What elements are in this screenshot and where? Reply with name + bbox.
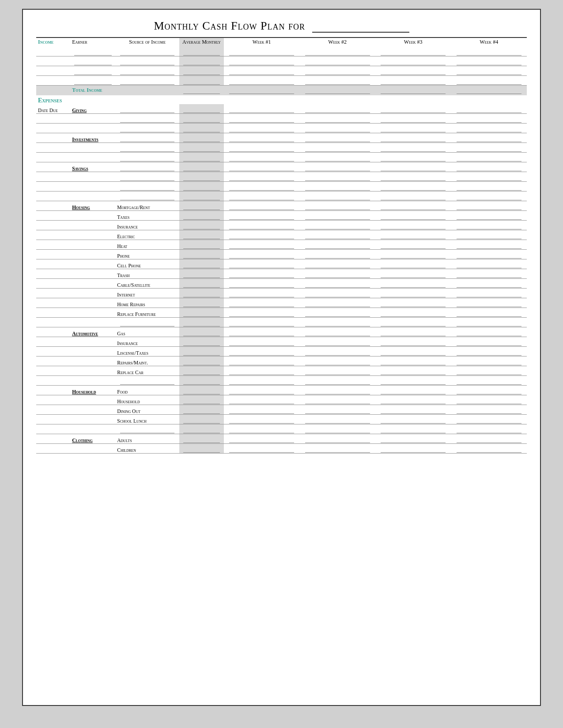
source-header: Source of Income <box>115 38 179 46</box>
total-week2[interactable] <box>305 87 370 94</box>
week4-input-1[interactable] <box>457 49 521 56</box>
housing-heat-row: Heat <box>36 240 527 250</box>
giving-source-2[interactable] <box>120 116 174 123</box>
household-label: Household <box>70 386 115 395</box>
week2-input-1[interactable] <box>305 49 370 56</box>
avg-header: Average Monthly <box>179 38 224 46</box>
earner-input-3[interactable] <box>74 68 112 75</box>
housing-trash-row: Trash <box>36 269 527 279</box>
week3-input-3[interactable] <box>381 68 446 75</box>
investments-label: Investments <box>70 133 115 143</box>
giving-row-2 <box>36 114 527 124</box>
giving-w4-1[interactable] <box>457 106 521 113</box>
auto-license-row: Liscense/Taxes <box>36 347 527 356</box>
clothing-label: Clothing <box>70 434 115 444</box>
week4-header: Week #4 <box>451 38 527 46</box>
savings-row-2 <box>36 172 527 182</box>
avg-input-2[interactable] <box>183 58 220 65</box>
title-underline <box>312 19 409 33</box>
housing-insurance-row: Insurance <box>36 221 527 230</box>
week3-input-4[interactable] <box>381 78 446 85</box>
earner-input-1[interactable] <box>74 49 112 56</box>
earner-input-4[interactable] <box>74 78 112 85</box>
savings-row-3 <box>36 182 527 191</box>
avg-input-1[interactable] <box>183 49 220 56</box>
giving-w1-1[interactable] <box>229 106 294 113</box>
hh-household-row: Household <box>36 395 527 405</box>
giving-row-1: Date Due Giving <box>36 104 527 114</box>
housing-internet-row: Internet <box>36 289 527 298</box>
page-title: Monthly Cash Flow Plan for <box>36 19 527 33</box>
week2-input-4[interactable] <box>305 78 370 85</box>
auto-extra-row <box>36 376 527 386</box>
giving-source-3[interactable] <box>120 125 174 132</box>
week3-input-2[interactable] <box>381 58 446 65</box>
total-avg[interactable] <box>183 87 220 94</box>
savings-label: Savings <box>70 162 115 172</box>
housing-repairs-row: Home Repairs <box>36 298 527 308</box>
housing-extra-row <box>36 318 527 327</box>
giving-w3-1[interactable] <box>381 106 446 113</box>
total-income-label: Total Income <box>70 85 179 95</box>
automotive-label: Automotive <box>70 327 115 337</box>
income-row-2 <box>36 56 527 66</box>
auto-insurance-row: Insurance <box>36 337 527 347</box>
page: Monthly Cash Flow Plan for Income Earner… <box>22 9 541 706</box>
housing-electric-row: Electric <box>36 230 527 240</box>
avg-input-4[interactable] <box>183 78 220 85</box>
week2-header: Week #2 <box>299 38 375 46</box>
source-input-4[interactable] <box>120 78 174 85</box>
source-input-2[interactable] <box>120 58 174 65</box>
auto-gas-row: Automotive Gas <box>36 327 527 337</box>
auto-repairs-row: Repairs/Maint. <box>36 356 527 366</box>
week3-input-1[interactable] <box>381 49 446 56</box>
investments-row-1: Investments <box>36 133 527 143</box>
week3-header: Week #3 <box>375 38 451 46</box>
housing-cable-row: Cable/Satellite <box>36 279 527 289</box>
housing-label: Housing <box>70 201 115 211</box>
savings-row-4 <box>36 191 527 201</box>
income-row-1 <box>36 46 527 56</box>
week4-input-4[interactable] <box>457 78 521 85</box>
source-input-3[interactable] <box>120 68 174 75</box>
hh-extra-row <box>36 424 527 434</box>
hh-lunch-row: School Lunch <box>36 415 527 424</box>
clothing-adults-row: Clothing Adults <box>36 434 527 444</box>
week1-input-4[interactable] <box>229 78 294 85</box>
income-row-4 <box>36 75 527 85</box>
hh-dining-row: Dining Out <box>36 405 527 415</box>
header-row: Income Earner Source of Income Average M… <box>36 38 527 46</box>
week1-input-3[interactable] <box>229 68 294 75</box>
date-due-label: Date Due <box>36 104 70 114</box>
clothing-children-row: Children <box>36 444 527 454</box>
main-table: Income Earner Source of Income Average M… <box>36 37 527 454</box>
income-header: Income <box>36 38 70 46</box>
total-week4[interactable] <box>457 87 521 94</box>
expenses-label: Expenses <box>36 95 527 104</box>
title-text: Monthly Cash Flow Plan for <box>154 19 305 32</box>
week1-input-1[interactable] <box>229 49 294 56</box>
earner-input-2[interactable] <box>74 58 112 65</box>
source-input-1[interactable] <box>120 49 174 56</box>
expenses-header-row: Expenses <box>36 95 527 104</box>
giving-source-1[interactable] <box>120 106 174 113</box>
week4-input-3[interactable] <box>457 68 521 75</box>
giving-row-3 <box>36 124 527 133</box>
investments-row-3 <box>36 153 527 162</box>
avg-input-3[interactable] <box>183 68 220 75</box>
giving-label: Giving <box>70 104 115 114</box>
week2-input-2[interactable] <box>305 58 370 65</box>
investments-row-2 <box>36 143 527 153</box>
week4-input-2[interactable] <box>457 58 521 65</box>
total-week3[interactable] <box>381 87 446 94</box>
giving-avg-2[interactable] <box>183 116 220 123</box>
housing-phone-row: Phone <box>36 250 527 259</box>
auto-replace-row: Replace Car <box>36 366 527 376</box>
week1-input-2[interactable] <box>229 58 294 65</box>
total-week1[interactable] <box>229 87 294 94</box>
income-row-3 <box>36 66 527 75</box>
giving-w2-1[interactable] <box>305 106 370 113</box>
giving-avg-1[interactable] <box>183 106 220 113</box>
savings-row-1: Savings <box>36 162 527 172</box>
week2-input-3[interactable] <box>305 68 370 75</box>
